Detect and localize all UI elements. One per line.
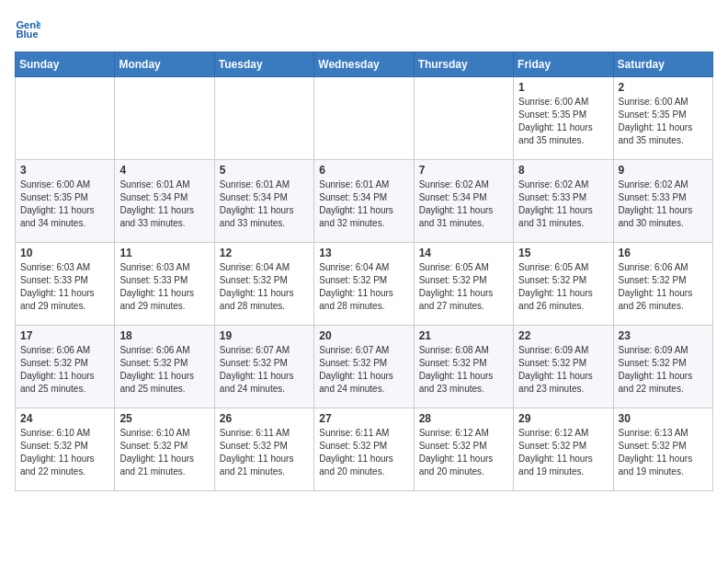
week-row-5: 24Sunrise: 6:10 AM Sunset: 5:32 PM Dayli… [16,408,713,491]
day-number: 20 [319,329,408,342]
day-number: 6 [319,164,408,177]
day-number: 7 [419,164,508,177]
day-info: Sunrise: 6:00 AM Sunset: 5:35 PM Dayligh… [518,96,608,147]
day-info: Sunrise: 6:05 AM Sunset: 5:32 PM Dayligh… [419,261,508,313]
day-number: 9 [619,164,708,177]
calendar-cell: 25Sunrise: 6:10 AM Sunset: 5:32 PM Dayli… [115,408,214,491]
weekday-header-wednesday: Wednesday [314,52,414,77]
day-number: 3 [20,164,109,177]
day-number: 30 [619,412,708,425]
calendar: SundayMondayTuesdayWednesdayThursdayFrid… [15,52,713,491]
day-info: Sunrise: 6:03 AM Sunset: 5:33 PM Dayligh… [119,261,209,313]
day-number: 24 [20,412,109,425]
weekday-header-thursday: Thursday [414,52,513,77]
logo-icon: General Blue [15,15,40,40]
calendar-cell [414,77,513,160]
calendar-cell: 21Sunrise: 6:08 AM Sunset: 5:32 PM Dayli… [414,326,513,408]
day-number: 29 [518,412,608,425]
day-info: Sunrise: 6:00 AM Sunset: 5:35 PM Dayligh… [619,96,708,147]
weekday-header-monday: Monday [115,52,214,77]
day-number: 13 [319,247,408,259]
logo: General Blue [15,15,40,40]
day-info: Sunrise: 6:07 AM Sunset: 5:32 PM Dayligh… [319,344,408,396]
calendar-cell: 1Sunrise: 6:00 AM Sunset: 5:35 PM Daylig… [514,77,613,160]
day-number: 2 [619,81,708,94]
day-info: Sunrise: 6:04 AM Sunset: 5:32 PM Dayligh… [220,261,309,313]
day-number: 22 [518,329,608,342]
day-info: Sunrise: 6:07 AM Sunset: 5:32 PM Dayligh… [220,344,309,396]
week-row-4: 17Sunrise: 6:06 AM Sunset: 5:32 PM Dayli… [16,326,713,408]
calendar-cell: 29Sunrise: 6:12 AM Sunset: 5:32 PM Dayli… [514,408,613,491]
weekday-header-friday: Friday [514,52,613,77]
day-info: Sunrise: 6:02 AM Sunset: 5:34 PM Dayligh… [419,178,508,230]
day-number: 26 [220,412,309,425]
day-info: Sunrise: 6:13 AM Sunset: 5:32 PM Dayligh… [619,427,708,478]
calendar-cell: 7Sunrise: 6:02 AM Sunset: 5:34 PM Daylig… [414,160,513,243]
day-info: Sunrise: 6:01 AM Sunset: 5:34 PM Dayligh… [319,178,408,230]
day-number: 21 [419,329,508,342]
calendar-cell: 8Sunrise: 6:02 AM Sunset: 5:33 PM Daylig… [514,160,613,243]
calendar-cell: 24Sunrise: 6:10 AM Sunset: 5:32 PM Dayli… [16,408,115,491]
calendar-cell: 14Sunrise: 6:05 AM Sunset: 5:32 PM Dayli… [414,243,513,326]
weekday-header-saturday: Saturday [613,52,712,77]
calendar-cell: 15Sunrise: 6:05 AM Sunset: 5:32 PM Dayli… [514,243,613,326]
day-number: 16 [619,247,708,259]
day-info: Sunrise: 6:06 AM Sunset: 5:32 PM Dayligh… [619,261,708,313]
calendar-cell: 3Sunrise: 6:00 AM Sunset: 5:35 PM Daylig… [16,160,115,243]
calendar-cell: 6Sunrise: 6:01 AM Sunset: 5:34 PM Daylig… [314,160,414,243]
week-row-2: 3Sunrise: 6:00 AM Sunset: 5:35 PM Daylig… [16,160,713,243]
calendar-cell: 27Sunrise: 6:11 AM Sunset: 5:32 PM Dayli… [314,408,414,491]
week-row-1: 1Sunrise: 6:00 AM Sunset: 5:35 PM Daylig… [16,77,713,160]
calendar-cell: 16Sunrise: 6:06 AM Sunset: 5:32 PM Dayli… [613,243,712,326]
day-number: 10 [20,247,109,259]
calendar-cell: 20Sunrise: 6:07 AM Sunset: 5:32 PM Dayli… [314,326,414,408]
calendar-cell: 17Sunrise: 6:06 AM Sunset: 5:32 PM Dayli… [16,326,115,408]
weekday-header-row: SundayMondayTuesdayWednesdayThursdayFrid… [16,52,713,77]
weekday-header-tuesday: Tuesday [214,52,313,77]
day-number: 18 [119,329,209,342]
day-number: 12 [220,247,309,259]
day-number: 1 [518,81,608,94]
day-info: Sunrise: 6:06 AM Sunset: 5:32 PM Dayligh… [20,344,109,396]
calendar-cell: 5Sunrise: 6:01 AM Sunset: 5:34 PM Daylig… [214,160,313,243]
calendar-cell: 10Sunrise: 6:03 AM Sunset: 5:33 PM Dayli… [16,243,115,326]
calendar-cell: 22Sunrise: 6:09 AM Sunset: 5:32 PM Dayli… [514,326,613,408]
calendar-cell: 4Sunrise: 6:01 AM Sunset: 5:34 PM Daylig… [115,160,214,243]
day-number: 14 [419,247,508,259]
calendar-cell: 2Sunrise: 6:00 AM Sunset: 5:35 PM Daylig… [613,77,712,160]
day-info: Sunrise: 6:05 AM Sunset: 5:32 PM Dayligh… [518,261,608,313]
calendar-cell [115,77,214,160]
day-number: 15 [518,247,608,259]
calendar-cell [314,77,414,160]
day-info: Sunrise: 6:06 AM Sunset: 5:32 PM Dayligh… [119,344,209,396]
calendar-cell: 12Sunrise: 6:04 AM Sunset: 5:32 PM Dayli… [214,243,313,326]
calendar-cell: 28Sunrise: 6:12 AM Sunset: 5:32 PM Dayli… [414,408,513,491]
day-info: Sunrise: 6:12 AM Sunset: 5:32 PM Dayligh… [419,427,508,478]
day-info: Sunrise: 6:01 AM Sunset: 5:34 PM Dayligh… [220,178,309,230]
day-info: Sunrise: 6:12 AM Sunset: 5:32 PM Dayligh… [518,427,608,478]
day-number: 8 [518,164,608,177]
weekday-header-sunday: Sunday [16,52,115,77]
day-number: 17 [20,329,109,342]
calendar-cell [16,77,115,160]
week-row-3: 10Sunrise: 6:03 AM Sunset: 5:33 PM Dayli… [16,243,713,326]
day-info: Sunrise: 6:09 AM Sunset: 5:32 PM Dayligh… [619,344,708,396]
calendar-cell: 23Sunrise: 6:09 AM Sunset: 5:32 PM Dayli… [613,326,712,408]
calendar-cell: 9Sunrise: 6:02 AM Sunset: 5:33 PM Daylig… [613,160,712,243]
day-info: Sunrise: 6:11 AM Sunset: 5:32 PM Dayligh… [319,427,408,478]
day-number: 11 [119,247,209,259]
day-info: Sunrise: 6:09 AM Sunset: 5:32 PM Dayligh… [518,344,608,396]
day-info: Sunrise: 6:11 AM Sunset: 5:32 PM Dayligh… [220,427,309,478]
calendar-cell: 19Sunrise: 6:07 AM Sunset: 5:32 PM Dayli… [214,326,313,408]
calendar-cell: 30Sunrise: 6:13 AM Sunset: 5:32 PM Dayli… [613,408,712,491]
calendar-cell: 18Sunrise: 6:06 AM Sunset: 5:32 PM Dayli… [115,326,214,408]
calendar-cell: 13Sunrise: 6:04 AM Sunset: 5:32 PM Dayli… [314,243,414,326]
day-info: Sunrise: 6:02 AM Sunset: 5:33 PM Dayligh… [518,178,608,230]
day-info: Sunrise: 6:01 AM Sunset: 5:34 PM Dayligh… [119,178,209,230]
day-info: Sunrise: 6:02 AM Sunset: 5:33 PM Dayligh… [619,178,708,230]
day-number: 4 [119,164,209,177]
day-number: 28 [419,412,508,425]
day-info: Sunrise: 6:08 AM Sunset: 5:32 PM Dayligh… [419,344,508,396]
calendar-cell [214,77,313,160]
calendar-cell: 11Sunrise: 6:03 AM Sunset: 5:33 PM Dayli… [115,243,214,326]
